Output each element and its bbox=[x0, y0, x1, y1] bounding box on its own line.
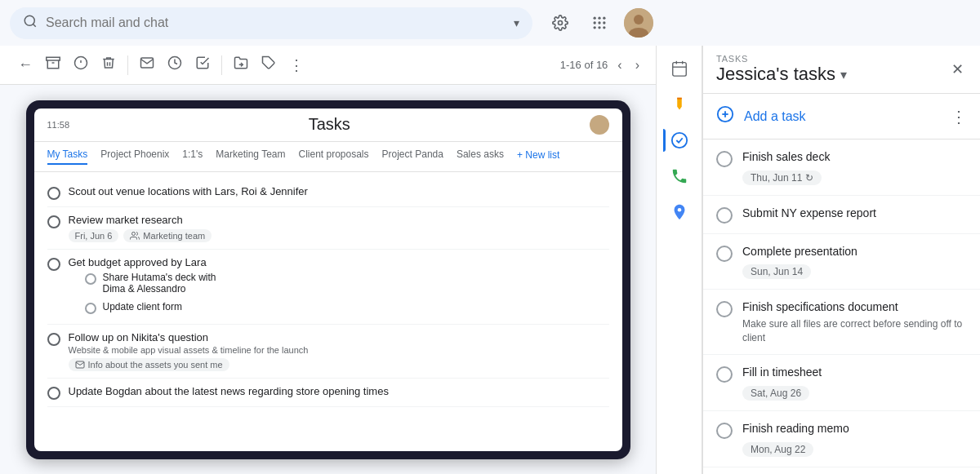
mail-icon[interactable] bbox=[135, 51, 159, 79]
task-circle[interactable] bbox=[716, 301, 733, 317]
tablet-tab-client[interactable]: Client proposals bbox=[298, 148, 368, 165]
list-item[interactable]: Finish sales deck Thu, Jun 11 ↻ bbox=[703, 140, 980, 196]
more-icon[interactable]: ⋮ bbox=[284, 51, 309, 79]
task-circle[interactable] bbox=[716, 207, 733, 224]
svg-rect-28 bbox=[677, 98, 682, 100]
dropdown-icon[interactable]: ▾ bbox=[840, 67, 847, 82]
task-checkbox[interactable] bbox=[47, 333, 60, 346]
tablet-task-list: Scout out venue locations with Lars, Roi… bbox=[34, 172, 622, 451]
tablet-header: 11:58 Tasks bbox=[34, 109, 622, 142]
sidebar-close-button[interactable]: ✕ bbox=[948, 57, 967, 82]
search-dropdown-icon[interactable]: ▾ bbox=[514, 16, 519, 29]
label-icon[interactable] bbox=[256, 51, 281, 79]
keep-icon[interactable] bbox=[663, 88, 696, 121]
calendar-icon[interactable] bbox=[663, 52, 696, 85]
subtask-item: Share Hutama's deck withDima & Alessandr… bbox=[69, 268, 609, 298]
task-content: Complete presentation Sun, Jun 14 bbox=[742, 244, 967, 280]
list-item[interactable]: Submit NY expense report bbox=[703, 196, 980, 234]
move-to-icon[interactable] bbox=[229, 51, 253, 79]
pagination-prev[interactable]: ‹ bbox=[614, 55, 625, 76]
svg-point-9 bbox=[594, 26, 596, 29]
add-task-label: Add a task bbox=[744, 109, 806, 124]
back-icon[interactable]: ← bbox=[13, 51, 38, 78]
search-container[interactable]: ▾ bbox=[10, 7, 532, 39]
add-task-check-icon bbox=[716, 105, 734, 127]
task-title: Fill in timesheet bbox=[742, 365, 967, 381]
task-date: Sat, Aug 26 bbox=[742, 386, 809, 401]
task-note: Website & mobile app visual assets & tim… bbox=[69, 345, 609, 355]
list-item: Follow up on Nikita's question Website &… bbox=[47, 325, 609, 379]
list-item[interactable]: Finish reading memo Mon, Aug 22 bbox=[703, 411, 980, 467]
task-title: Finish sales deck bbox=[742, 149, 967, 166]
task-circle[interactable] bbox=[716, 151, 733, 167]
task-checkbox[interactable] bbox=[47, 187, 60, 200]
phone-icon[interactable] bbox=[663, 160, 696, 193]
tasks-sidebar: TASKS Jessica's tasks ▾ ✕ Add a task ⋮ bbox=[702, 46, 980, 474]
subtask-checkbox[interactable] bbox=[85, 273, 96, 285]
pagination-next[interactable]: › bbox=[632, 55, 643, 76]
apps-button[interactable] bbox=[585, 8, 614, 38]
clock-icon[interactable] bbox=[163, 51, 187, 79]
task-circle[interactable] bbox=[716, 423, 733, 439]
top-bar: ▾ bbox=[0, 0, 980, 46]
add-task-icon[interactable] bbox=[190, 51, 215, 79]
svg-line-1 bbox=[33, 24, 35, 26]
list-item: Scout out venue locations with Lars, Roi… bbox=[47, 179, 609, 207]
subtask-title: Share Hutama's deck withDima & Alessandr… bbox=[103, 272, 216, 295]
list-item[interactable]: Finish specifications document Make sure… bbox=[703, 290, 980, 355]
tablet-tab-phoenix[interactable]: Project Phoenix bbox=[100, 148, 169, 165]
task-title: Get budget approved by Lara bbox=[69, 256, 609, 268]
tablet-tab-sales[interactable]: Sales asks bbox=[457, 148, 504, 165]
task-checkbox[interactable] bbox=[47, 258, 60, 271]
task-checkbox[interactable] bbox=[47, 215, 60, 228]
task-circle[interactable] bbox=[716, 366, 733, 383]
svg-point-13 bbox=[634, 15, 644, 24]
tablet-tab-marketing[interactable]: Marketing Team bbox=[216, 148, 285, 165]
task-content: Get budget approved by Lara Share Hutama… bbox=[69, 256, 609, 317]
task-title: Review market research bbox=[69, 214, 609, 226]
list-item: Get budget approved by Lara Share Hutama… bbox=[47, 250, 609, 325]
report-icon[interactable] bbox=[69, 51, 93, 79]
task-content: Scout out venue locations with Lars, Roi… bbox=[69, 185, 609, 197]
add-task-row[interactable]: Add a task ⋮ bbox=[703, 94, 980, 140]
svg-point-11 bbox=[603, 26, 605, 29]
side-icons-panel bbox=[657, 46, 702, 474]
task-date: Sun, Jun 14 bbox=[742, 264, 811, 279]
email-toolbar: ← bbox=[0, 46, 656, 85]
tablet-tab-new[interactable]: + New list bbox=[517, 148, 559, 165]
task-content: Submit NY expense report bbox=[742, 206, 967, 222]
svg-point-30 bbox=[677, 208, 681, 212]
svg-point-10 bbox=[598, 26, 600, 29]
tablet-tab-my-tasks[interactable]: My Tasks bbox=[47, 148, 88, 165]
list-item: Review market research Fri, Jun 6 Market… bbox=[47, 207, 609, 250]
sidebar-title-text: Jessica's tasks bbox=[716, 64, 835, 85]
tablet-tab-11s[interactable]: 1:1's bbox=[182, 148, 203, 165]
settings-button[interactable] bbox=[546, 8, 575, 38]
tablet-tab-panda[interactable]: Project Panda bbox=[382, 148, 443, 165]
tablet-frame: 11:58 Tasks My Tasks Project Phoenix 1:1… bbox=[26, 100, 630, 459]
search-input[interactable] bbox=[46, 16, 506, 30]
tasks-icon[interactable] bbox=[663, 124, 696, 157]
user-avatar[interactable] bbox=[624, 8, 653, 38]
maps-icon[interactable] bbox=[663, 196, 696, 228]
archive-icon[interactable] bbox=[41, 51, 65, 79]
toolbar-divider bbox=[127, 55, 128, 75]
list-item[interactable]: Complete presentation Sun, Jun 14 bbox=[703, 234, 980, 290]
team-tag: Marketing team bbox=[123, 229, 212, 242]
task-circle[interactable] bbox=[716, 246, 733, 262]
add-task-more-icon[interactable]: ⋮ bbox=[951, 107, 967, 126]
task-checkbox[interactable] bbox=[47, 387, 60, 400]
tablet-screen: 11:58 Tasks My Tasks Project Phoenix 1:1… bbox=[34, 109, 622, 451]
list-item[interactable]: Fill in timesheet Sat, Aug 26 bbox=[703, 355, 980, 411]
task-title: Submit NY expense report bbox=[742, 206, 967, 222]
task-date: Thu, Jun 11 ↻ bbox=[742, 171, 822, 185]
tablet-tabs: My Tasks Project Phoenix 1:1's Marketing… bbox=[34, 142, 622, 172]
task-title: Finish specifications document bbox=[742, 299, 967, 316]
task-content: Update Bogdan about the latest news rega… bbox=[69, 385, 609, 397]
sidebar-label: TASKS bbox=[716, 54, 847, 64]
svg-point-3 bbox=[594, 17, 596, 20]
svg-point-4 bbox=[598, 17, 600, 20]
subtask-checkbox[interactable] bbox=[85, 303, 96, 314]
search-icon bbox=[23, 14, 38, 33]
delete-icon[interactable] bbox=[96, 51, 121, 79]
